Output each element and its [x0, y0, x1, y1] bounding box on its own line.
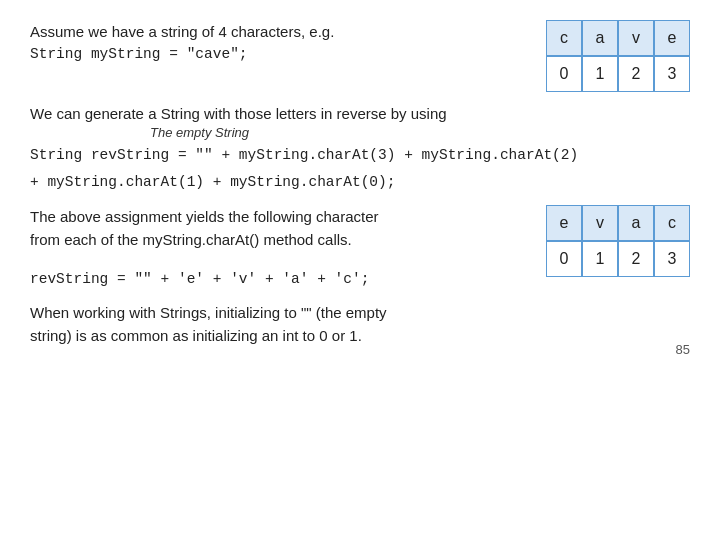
cave-index-3: 3	[654, 56, 690, 92]
section5-desc2: string) is as common as initializing an …	[30, 324, 690, 347]
rev-string-line: revString = "" + 'e' + 'v' + 'a' + 'c';	[30, 268, 526, 290]
evac-index-2: 2	[618, 241, 654, 277]
cave-char-c: c	[546, 20, 582, 56]
section5: When working with Strings, initializing …	[30, 301, 690, 348]
cave-index-2: 2	[618, 56, 654, 92]
string-decl: String myString = "cave";	[30, 43, 526, 65]
evac-char-v: v	[582, 205, 618, 241]
evac-index-1: 1	[582, 241, 618, 277]
cave-index-1: 1	[582, 56, 618, 92]
code-line2: + myString.charAt(1) + myString.charAt(0…	[30, 171, 690, 194]
cave-table: c a v e 0 1 2 3	[546, 20, 690, 92]
evac-table: e v a c 0 1 2 3	[546, 205, 690, 277]
cave-char-a: a	[582, 20, 618, 56]
evac-char-a: a	[618, 205, 654, 241]
code-line1: String revString = "" + myString.charAt(…	[30, 144, 690, 167]
cave-index-0: 0	[546, 56, 582, 92]
evac-index-row: 0 1 2 3	[546, 241, 690, 277]
evac-char-row: e v a c	[546, 205, 690, 241]
cave-char-v: v	[618, 20, 654, 56]
evac-char-c: c	[654, 205, 690, 241]
cave-char-e: e	[654, 20, 690, 56]
evac-index-3: 3	[654, 241, 690, 277]
evac-char-e: e	[546, 205, 582, 241]
page-number: 85	[676, 342, 690, 357]
section5-desc1: When working with Strings, initializing …	[30, 301, 690, 324]
cave-char-row: c a v e	[546, 20, 690, 56]
cave-index-row: 0 1 2 3	[546, 56, 690, 92]
intro-text: Assume we have a string of 4 characters,…	[30, 20, 526, 43]
annotation-empty-string: The empty String	[150, 125, 690, 140]
evac-index-0: 0	[546, 241, 582, 277]
section2-desc: We can generate a String with those lett…	[30, 102, 690, 125]
section3-desc1: The above assignment yields the followin…	[30, 205, 526, 228]
section2: We can generate a String with those lett…	[30, 102, 690, 195]
section3-desc2: from each of the myString.charAt() metho…	[30, 228, 526, 251]
